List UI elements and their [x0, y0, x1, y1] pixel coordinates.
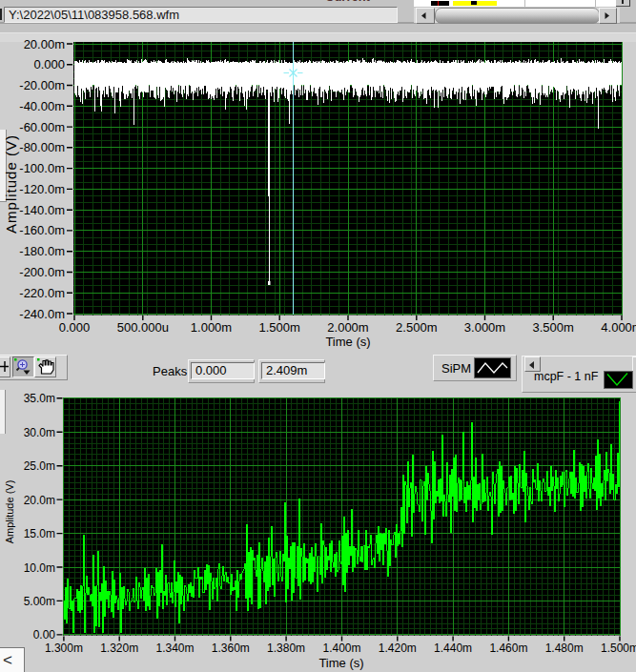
svg-text:Amplitude (V): Amplitude (V) — [3, 134, 19, 234]
svg-text:1.380m: 1.380m — [267, 641, 305, 655]
svg-text:Time (s): Time (s) — [318, 656, 363, 670]
svg-text:5.00m: 5.00m — [24, 595, 55, 608]
svg-text:-20.00m: -20.00m — [19, 78, 65, 92]
svg-text:-80.00m: -80.00m — [19, 140, 65, 154]
svg-text:-140.0m: -140.0m — [19, 203, 65, 217]
svg-text:1.500m: 1.500m — [601, 641, 636, 655]
svg-text:-160.0m: -160.0m — [19, 223, 65, 237]
svg-text:1.000m: 1.000m — [191, 320, 232, 335]
svg-text:1.440m: 1.440m — [434, 641, 472, 655]
svg-text:3.500m: 3.500m — [533, 320, 574, 335]
svg-text:1.420m: 1.420m — [379, 641, 417, 655]
svg-text:2.500m: 2.500m — [396, 320, 437, 335]
svg-text:1.320m: 1.320m — [100, 641, 138, 655]
svg-text:25.0m: 25.0m — [24, 459, 55, 473]
svg-text:10.0m: 10.0m — [24, 561, 55, 575]
svg-text:30.0m: 30.0m — [24, 426, 55, 439]
svg-text:4.000m: 4.000m — [601, 320, 636, 335]
svg-text:-200.0m: -200.0m — [19, 265, 65, 279]
svg-text:0.000: 0.000 — [33, 57, 65, 71]
svg-text:1.460m: 1.460m — [489, 641, 527, 655]
svg-text:0.00: 0.00 — [33, 628, 56, 641]
svg-text:1.480m: 1.480m — [545, 641, 584, 655]
svg-text:-180.0m: -180.0m — [19, 244, 65, 258]
svg-text:-240.0m: -240.0m — [19, 307, 65, 321]
svg-text:1.400m: 1.400m — [322, 641, 360, 655]
svg-text:Time (s): Time (s) — [325, 335, 370, 349]
svg-text:20.0m: 20.0m — [24, 494, 55, 507]
svg-text:15.0m: 15.0m — [24, 527, 55, 540]
svg-text:35.0m: 35.0m — [24, 392, 55, 405]
svg-text:0.000: 0.000 — [59, 320, 91, 335]
svg-text:-100.0m: -100.0m — [19, 161, 65, 175]
svg-text:1.340m: 1.340m — [155, 641, 194, 655]
svg-text:2.000m: 2.000m — [327, 320, 368, 335]
svg-text:-40.00m: -40.00m — [19, 99, 65, 113]
svg-text:-120.0m: -120.0m — [19, 182, 65, 196]
svg-text:3.000m: 3.000m — [464, 320, 505, 335]
svg-text:-60.00m: -60.00m — [19, 120, 65, 134]
svg-text:1.360m: 1.360m — [212, 641, 250, 655]
svg-text:1.300m: 1.300m — [45, 641, 83, 655]
svg-text:500.000u: 500.000u — [117, 320, 169, 335]
svg-text:1.500m: 1.500m — [259, 320, 300, 335]
svg-text:Amplitude (V): Amplitude (V) — [4, 480, 15, 544]
svg-text:-220.0m: -220.0m — [19, 286, 65, 300]
svg-text:20.00m: 20.00m — [24, 37, 65, 51]
